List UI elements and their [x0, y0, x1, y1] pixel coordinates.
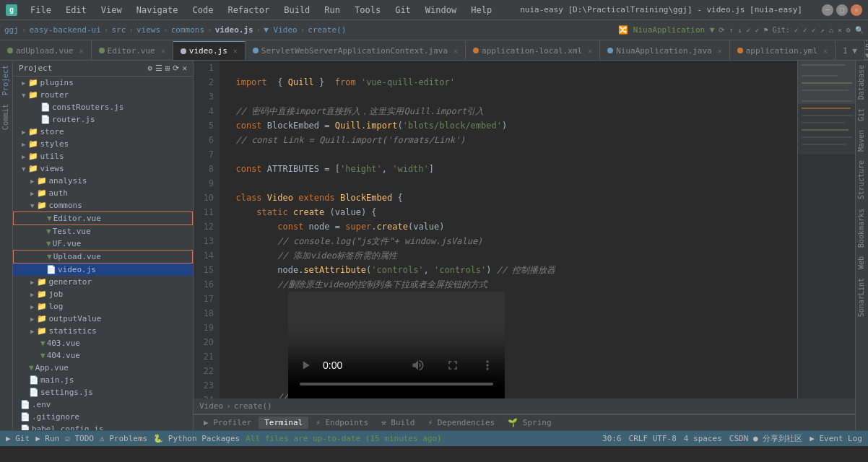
menu-file[interactable]: File [27, 4, 54, 17]
tab-appyaml[interactable]: application.yml ✕ [730, 41, 836, 60]
tab-niuaapp[interactable]: NiuaApplication.java ✕ [600, 41, 729, 60]
breadcrumb-commons[interactable]: commons [171, 25, 204, 35]
bottom-tab-profiler[interactable]: ▶ Profiler [198, 417, 257, 429]
tree-generator[interactable]: ▶ 📁 generator [13, 276, 193, 288]
tree-router[interactable]: ▼ 📁 router [13, 89, 193, 101]
tree-outputvalue[interactable]: ▶ 📁 outputValue [13, 313, 193, 325]
tree-gitignore[interactable]: 📄 .gitignore [13, 411, 193, 423]
sonarlint-label[interactable]: SonarLint [856, 274, 868, 321]
tree-env[interactable]: 📄 .env [13, 398, 193, 411]
status-spaces[interactable]: 4 spaces [684, 434, 722, 443]
sidebar-expand-icon[interactable]: ⊞ [165, 64, 170, 73]
tab-applocal-close[interactable]: ✕ [588, 47, 592, 55]
breadcrumb-video2[interactable]: Video [199, 401, 223, 411]
breadcrumb-views[interactable]: views [136, 25, 160, 35]
status-problems[interactable]: ⚠ Problems [100, 434, 147, 443]
git-actions[interactable]: ⟳ ↑ ↓ ✓ ✓ ⚑ [719, 26, 768, 34]
maven-label[interactable]: Maven [856, 126, 868, 156]
tree-uf-vue[interactable]: ▼ UF.vue [13, 237, 193, 250]
tab-appyaml-close[interactable]: ✕ [823, 47, 828, 55]
breadcrumb-create2[interactable]: create() [234, 401, 272, 411]
tree-appvue[interactable]: ▼ App.vue [13, 362, 193, 374]
git-label[interactable]: Git [856, 104, 868, 126]
bookmarks-label[interactable]: Bookmarks [856, 204, 868, 252]
tree-auth[interactable]: ▶ 📁 auth [13, 187, 193, 199]
tree-statistics[interactable]: ▶ 📁 statistics [13, 325, 193, 337]
status-csdn[interactable]: CSDN ● 分享到社区 [729, 433, 802, 444]
tab-applocal[interactable]: application-local.xml ✕ [466, 41, 600, 60]
tab-adupload-close[interactable]: ✕ [79, 47, 83, 55]
tree-plugins[interactable]: ▶ 📁 plugins [13, 77, 193, 89]
sidebar-collapse-icon[interactable]: ☰ [155, 64, 162, 73]
tree-utils[interactable]: ▶ 📁 utils [13, 150, 193, 162]
menu-git[interactable]: Git [392, 4, 414, 17]
status-todo[interactable]: ☑ TODO [65, 434, 94, 443]
menu-help[interactable]: Help [468, 4, 495, 17]
tree-settingsjs[interactable]: 📄 settings.js [13, 386, 193, 398]
menu-refactor[interactable]: Refactor [225, 4, 272, 17]
tree-upload-vue[interactable]: ▼ Upload.vue [13, 250, 193, 263]
tab-more[interactable]: 1 ▼ [836, 41, 865, 60]
tab-videojs-close[interactable]: ✕ [233, 47, 238, 55]
tree-store[interactable]: ▶ 📁 store [13, 126, 193, 138]
menu-edit[interactable]: Edit [63, 4, 90, 17]
close-button[interactable]: ✕ [851, 4, 862, 16]
tab-servlet-close[interactable]: ✕ [453, 47, 458, 55]
menu-tools[interactable]: Tools [352, 4, 383, 17]
tree-videojs-file[interactable]: 📄 video.js [13, 263, 193, 276]
tree-mainjs[interactable]: 📄 main.js [13, 374, 193, 386]
tree-routerjs[interactable]: 📄 router.js [13, 113, 193, 126]
commit-label[interactable]: Commit [0, 100, 12, 134]
tree-job[interactable]: ▶ 📁 job [13, 288, 193, 300]
sidebar-close-icon[interactable]: ✕ [182, 64, 187, 73]
menu-run[interactable]: Run [321, 4, 343, 17]
tab-adupload[interactable]: adUpload.vue ✕ [0, 41, 92, 60]
tree-views[interactable]: ▼ 📁 views [13, 162, 193, 175]
tab-videojs[interactable]: video.js ✕ [173, 41, 246, 60]
bottom-tab-spring[interactable]: 🌱 Spring [502, 417, 557, 429]
breadcrumb-ggj[interactable]: ggj [4, 25, 19, 35]
tab-recent-button[interactable]: ▲ 2 ✕ 5 ▼ [865, 40, 868, 59]
window-controls[interactable]: ─ □ ✕ [822, 4, 862, 16]
bottom-tab-build[interactable]: ⚒ Build [376, 417, 420, 429]
menu-build[interactable]: Build [281, 4, 313, 17]
tree-constrouters[interactable]: 📄 constRouters.js [13, 101, 193, 113]
sidebar-settings-icon[interactable]: ⚙ [147, 64, 152, 73]
status-linecol[interactable]: 30:6 [602, 434, 622, 443]
bottom-tab-terminal[interactable]: Terminal [259, 417, 308, 429]
status-git[interactable]: ▶ Git [6, 434, 30, 443]
tab-editor-close[interactable]: ✕ [161, 47, 165, 55]
menu-navigate[interactable]: Navigate [134, 4, 181, 17]
code-content[interactable]: import { Quill } from 'vue-quill-editor'… [220, 61, 797, 398]
breadcrumb-video[interactable]: ▼ Video [264, 25, 297, 35]
tab-bar[interactable]: adUpload.vue ✕ Editor.vue ✕ video.js ✕ S… [0, 40, 868, 61]
web-label[interactable]: Web [856, 252, 868, 274]
breadcrumb-create[interactable]: create() [308, 25, 346, 35]
tree-analysis[interactable]: ▶ 📁 analysis [13, 175, 193, 187]
tab-niuaapp-close[interactable]: ✕ [718, 47, 722, 55]
settings-icon[interactable]: ⚙ [846, 26, 851, 34]
bottom-tab-dependencies[interactable]: ⚡ Dependencies [422, 417, 500, 429]
search-icon2[interactable]: 🔍 [855, 26, 864, 34]
menu-view[interactable]: View [98, 4, 125, 17]
maximize-button[interactable]: □ [836, 4, 848, 16]
bottom-tab-endpoints[interactable]: ⚡ Endpoints [310, 417, 374, 429]
status-python[interactable]: 🐍 Python Packages [153, 434, 240, 443]
minimize-button[interactable]: ─ [822, 4, 833, 16]
tree-babelconfig[interactable]: 📄 babel.config.js [13, 423, 193, 430]
structure-label[interactable]: Structure [856, 156, 868, 204]
tab-servlet[interactable]: ServletWebServerApplicationContext.java … [246, 41, 466, 60]
breadcrumb-src[interactable]: src [111, 25, 126, 35]
status-run[interactable]: ▶ Run [35, 434, 59, 443]
tree-commons[interactable]: ▼ 📁 commons [13, 199, 193, 212]
status-eventlog[interactable]: ▶ Event Log [810, 434, 862, 443]
menu-bar[interactable]: File Edit View Navigate Code Refactor Bu… [27, 4, 495, 17]
sidebar-sync-icon[interactable]: ⟳ [173, 64, 179, 73]
tree-styles[interactable]: ▶ 📁 styles [13, 138, 193, 150]
tab-editor[interactable]: Editor.vue ✕ [92, 41, 173, 60]
tree-editor-vue[interactable]: ▼ Editor.vue [13, 212, 193, 225]
tree-log[interactable]: ▶ 📁 log [13, 300, 193, 313]
project-label[interactable]: Project [0, 61, 12, 100]
database-label[interactable]: Database [856, 61, 868, 104]
menu-code[interactable]: Code [190, 4, 217, 17]
